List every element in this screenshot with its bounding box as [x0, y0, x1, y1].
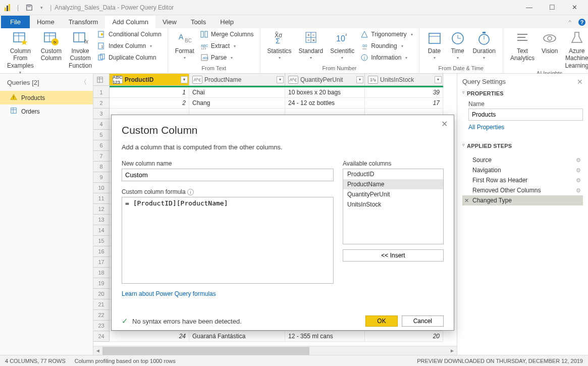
- row-header[interactable]: 5: [93, 130, 110, 140]
- ribbon-collapse-button[interactable]: ^: [564, 16, 576, 28]
- row-header[interactable]: 23: [93, 321, 110, 331]
- row-header[interactable]: 22: [93, 310, 110, 321]
- column-header[interactable]: ABC 123ProductID▾: [110, 74, 189, 86]
- row-header[interactable]: 11: [93, 193, 110, 204]
- tab-help[interactable]: Help: [213, 16, 241, 28]
- text-analytics-button[interactable]: Text Analytics: [508, 29, 537, 63]
- column-header[interactable]: 1²₃UnitsInStock▾: [365, 74, 443, 86]
- help-button[interactable]: ?: [576, 16, 588, 28]
- standard-button[interactable]: +−÷×Standard▾: [297, 29, 326, 62]
- row-header[interactable]: 16: [93, 246, 110, 257]
- row-header[interactable]: 9: [93, 172, 110, 183]
- row-header[interactable]: 6: [93, 140, 110, 151]
- available-column-item[interactable]: ProductName: [343, 179, 443, 189]
- row-header[interactable]: 17: [93, 257, 110, 268]
- row-header[interactable]: 19: [93, 278, 110, 289]
- merge-columns-button[interactable]: Merge Columns: [199, 29, 255, 39]
- save-button[interactable]: [24, 2, 35, 13]
- new-column-name-input[interactable]: [122, 169, 334, 181]
- chevron-down-icon[interactable]: ▿: [462, 90, 465, 95]
- available-columns-list[interactable]: ProductIDProductNameQuantityPerUnitUnits…: [343, 169, 444, 244]
- row-header[interactable]: 12: [93, 204, 110, 215]
- minimize-button[interactable]: —: [518, 0, 541, 15]
- collapse-icon[interactable]: 〈: [80, 78, 87, 87]
- row-header[interactable]: 14: [93, 225, 110, 236]
- filter-dropdown[interactable]: ▾: [435, 76, 442, 83]
- filter-dropdown[interactable]: ▾: [356, 76, 363, 83]
- time-button[interactable]: Time▾: [448, 29, 468, 62]
- azure-ml-button[interactable]: Azure Machine Learning: [563, 29, 588, 70]
- gear-icon[interactable]: ⚙: [576, 157, 581, 164]
- extract-button[interactable]: ABC123Extract▾: [199, 41, 255, 51]
- gear-icon[interactable]: ⚙: [576, 167, 581, 174]
- tab-file[interactable]: File: [1, 16, 30, 28]
- query-item[interactable]: !Products: [0, 91, 93, 104]
- statistics-button[interactable]: X̄σΣStatistics▾: [265, 29, 294, 62]
- invoke-custom-function-button[interactable]: fx Invoke Custom Function: [67, 29, 94, 70]
- learn-link[interactable]: Learn about Power Query formulas: [122, 290, 216, 297]
- datatype-icon[interactable]: Aᴮᴄ: [192, 76, 202, 84]
- datatype-icon[interactable]: 1²₃: [368, 76, 378, 84]
- delete-step-icon[interactable]: ✕: [464, 197, 469, 204]
- applied-step[interactable]: Removed Other Columns⚙: [462, 185, 583, 195]
- conditional-column-button[interactable]: Conditional Column: [97, 29, 163, 39]
- cell[interactable]: 2: [110, 98, 189, 109]
- row-header[interactable]: 10: [93, 183, 110, 193]
- scroll-right-arrow[interactable]: ►: [448, 348, 457, 353]
- applied-step[interactable]: ✕Changed Type: [462, 195, 583, 205]
- cell[interactable]: 20: [365, 331, 443, 342]
- all-properties-link[interactable]: All Properties: [468, 124, 504, 131]
- row-header[interactable]: 2: [93, 98, 110, 109]
- datatype-icon[interactable]: Aᴮᴄ: [288, 76, 298, 84]
- row-header[interactable]: 3: [93, 109, 110, 119]
- horizontal-scrollbar[interactable]: ◄ ►: [93, 346, 457, 355]
- scroll-left-arrow[interactable]: ◄: [93, 348, 102, 353]
- tab-tools[interactable]: Tools: [184, 16, 213, 28]
- cell[interactable]: 10 boxes x 20 bags: [285, 87, 365, 98]
- vision-button[interactable]: Vision: [540, 29, 560, 56]
- parse-button[interactable]: abcParse▾: [199, 53, 255, 63]
- cell[interactable]: 1: [110, 87, 189, 98]
- tab-home[interactable]: Home: [30, 16, 62, 28]
- maximize-button[interactable]: ☐: [541, 0, 563, 15]
- row-header[interactable]: 7: [93, 151, 110, 162]
- applied-step[interactable]: Source⚙: [462, 155, 583, 165]
- grid-corner[interactable]: [93, 74, 110, 86]
- duplicate-column-button[interactable]: Duplicate Column: [97, 53, 163, 63]
- formula-input[interactable]: = [ProductID][ProductName]: [122, 197, 334, 284]
- information-button[interactable]: iInformation▾: [359, 53, 413, 63]
- settings-close-button[interactable]: ✕: [577, 78, 583, 86]
- cancel-button[interactable]: Cancel: [402, 316, 444, 327]
- duration-button[interactable]: Duration▾: [471, 29, 498, 62]
- applied-step[interactable]: First Row as Header⚙: [462, 175, 583, 185]
- filter-dropdown[interactable]: ▾: [181, 76, 188, 83]
- chevron-down-icon[interactable]: ▿: [462, 142, 465, 147]
- row-header[interactable]: 20: [93, 289, 110, 299]
- info-icon[interactable]: i: [187, 189, 194, 195]
- close-button[interactable]: ✕: [563, 0, 586, 15]
- row-header[interactable]: 24: [93, 331, 110, 342]
- gear-icon[interactable]: ⚙: [576, 177, 581, 184]
- insert-button[interactable]: << Insert: [343, 249, 444, 262]
- applied-step[interactable]: Navigation⚙: [462, 165, 583, 175]
- date-button[interactable]: Date▾: [424, 29, 445, 62]
- scientific-button[interactable]: 10²Scientific▾: [328, 29, 356, 62]
- filter-dropdown[interactable]: ▾: [277, 76, 284, 83]
- cell[interactable]: 24 - 12 oz bottles: [285, 98, 365, 109]
- row-header[interactable]: 13: [93, 215, 110, 225]
- trigonometry-button[interactable]: Trigonometry▾: [359, 29, 413, 39]
- cell[interactable]: 17: [365, 98, 443, 109]
- row-header[interactable]: 8: [93, 162, 110, 172]
- row-header[interactable]: 21: [93, 299, 110, 310]
- cell[interactable]: Guaraná Fantástica: [189, 331, 285, 342]
- format-button[interactable]: ABC Format ▾: [173, 29, 196, 62]
- qat-dropdown[interactable]: ▾: [36, 2, 47, 13]
- tab-view[interactable]: View: [155, 16, 184, 28]
- index-column-button[interactable]: 1Index Column▾: [97, 41, 163, 51]
- dialog-close-button[interactable]: ✕: [441, 119, 448, 129]
- rounding-button[interactable]: .00Rounding▾: [359, 41, 413, 51]
- cell[interactable]: 12 - 355 ml cans: [285, 331, 365, 342]
- ok-button[interactable]: OK: [365, 316, 397, 327]
- column-from-examples-button[interactable]: Column From Examples ▾: [5, 29, 36, 76]
- query-name-input[interactable]: [468, 109, 583, 121]
